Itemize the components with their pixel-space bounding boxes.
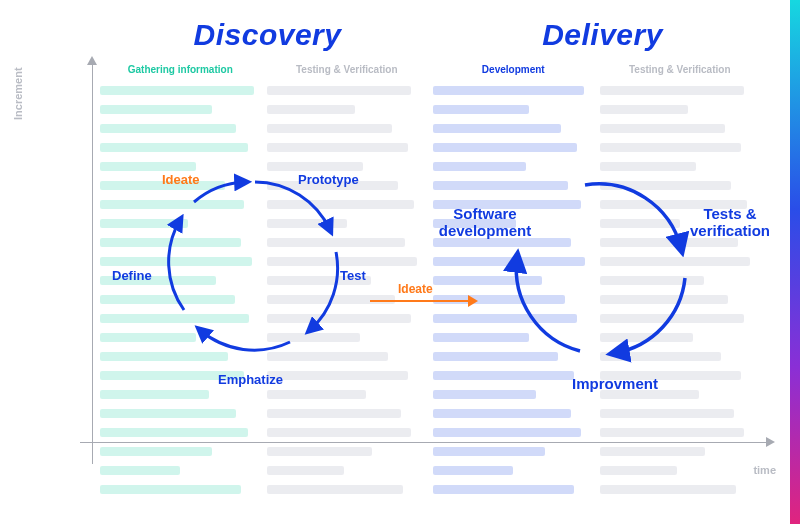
- discovery-test-label: Test: [340, 268, 366, 283]
- discovery-cycle-icon: [150, 160, 360, 370]
- bar: [100, 428, 248, 437]
- phase-delivery-title: Delivery: [435, 18, 770, 52]
- bar: [100, 86, 254, 95]
- bar: [600, 428, 744, 437]
- y-axis-arrow-icon: [87, 56, 97, 65]
- connector-arrow-icon: [468, 295, 478, 307]
- bar: [267, 428, 411, 437]
- discovery-emphatize-label: Emphatize: [218, 372, 283, 387]
- bar: [600, 466, 677, 475]
- bar: [267, 86, 411, 95]
- x-axis-arrow-icon: [766, 437, 775, 447]
- bar: [600, 409, 735, 418]
- bar: [100, 143, 248, 152]
- bar: [600, 447, 706, 456]
- bar: [100, 447, 212, 456]
- column-head: Testing & Verification: [267, 64, 428, 80]
- connector-ideate-label: Ideate: [398, 282, 433, 296]
- delivery-software-dev-label: Softwaredevelopment: [430, 205, 540, 240]
- gradient-strip: [790, 0, 800, 524]
- bar: [433, 105, 529, 114]
- delivery-tests-label: Tests &verification: [680, 205, 780, 240]
- bar: [267, 371, 408, 380]
- bar: [267, 124, 392, 133]
- discovery-define-label: Define: [112, 268, 152, 283]
- discovery-ideate-label: Ideate: [162, 172, 200, 187]
- bar: [600, 105, 688, 114]
- bar: [433, 409, 571, 418]
- bar: [267, 485, 403, 494]
- bar: [433, 124, 561, 133]
- y-axis: [92, 62, 93, 464]
- column-head: Gathering information: [100, 64, 261, 80]
- delivery-cycle-icon: [495, 163, 705, 373]
- bar: [267, 143, 408, 152]
- bar: [433, 466, 513, 475]
- bar: [100, 390, 209, 399]
- column-head: Development: [433, 64, 594, 80]
- bar: [100, 466, 180, 475]
- bar: [267, 105, 355, 114]
- bar: [100, 485, 241, 494]
- bar: [100, 105, 212, 114]
- discovery-prototype-label: Prototype: [298, 172, 359, 187]
- bar: [433, 86, 584, 95]
- bar: [267, 466, 344, 475]
- bar: [100, 124, 236, 133]
- bar: [600, 143, 741, 152]
- bar: [267, 409, 402, 418]
- delivery-improvement-label: Improvment: [555, 375, 675, 392]
- bar: [433, 447, 545, 456]
- bar: [433, 143, 577, 152]
- bar: [267, 390, 367, 399]
- column-head: Testing & Verification: [600, 64, 761, 80]
- bar: [100, 409, 236, 418]
- connector-line: [370, 300, 470, 302]
- phase-discovery-title: Discovery: [100, 18, 435, 52]
- bar: [433, 390, 536, 399]
- y-axis-label: Increment: [12, 67, 24, 120]
- bar: [600, 86, 744, 95]
- bar: [267, 447, 373, 456]
- bar: [600, 485, 736, 494]
- bar: [433, 428, 581, 437]
- diagram-canvas: Increment time Discovery Delivery Gather…: [0, 0, 800, 524]
- bar: [433, 485, 574, 494]
- bar: [600, 124, 725, 133]
- phase-headers: Discovery Delivery: [100, 18, 770, 52]
